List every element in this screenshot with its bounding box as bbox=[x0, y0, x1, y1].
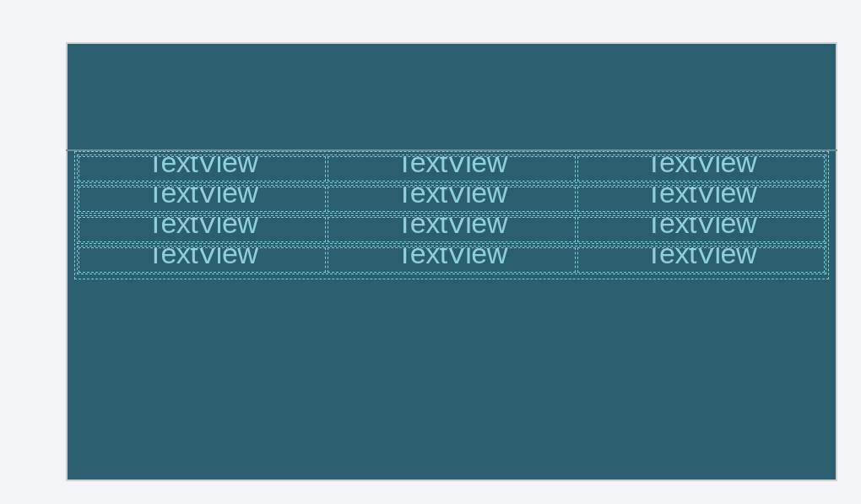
table-row[interactable]: TextView TextView TextView bbox=[77, 154, 826, 183]
text-view-label: TextView bbox=[147, 156, 257, 179]
text-view-label: TextView bbox=[646, 187, 756, 209]
table-row[interactable]: TextView TextView TextView bbox=[77, 215, 826, 244]
table-layout[interactable]: TextView TextView TextView TextView Text… bbox=[74, 151, 829, 279]
text-view-label: TextView bbox=[646, 156, 756, 179]
text-view-label: TextView bbox=[147, 187, 257, 209]
text-view[interactable]: TextView bbox=[577, 217, 825, 242]
text-view[interactable]: TextView bbox=[577, 247, 825, 273]
text-view[interactable]: TextView bbox=[577, 156, 825, 182]
text-view-label: TextView bbox=[646, 217, 756, 240]
text-view-label: TextView bbox=[147, 247, 257, 270]
text-view[interactable]: TextView bbox=[328, 247, 575, 273]
text-view[interactable]: TextView bbox=[577, 187, 825, 212]
text-view-label: TextView bbox=[396, 187, 506, 209]
text-view[interactable]: TextView bbox=[79, 156, 326, 182]
table-row[interactable]: TextView TextView TextView bbox=[77, 185, 826, 214]
text-view[interactable]: TextView bbox=[79, 217, 326, 242]
table-row[interactable]: TextView TextView TextView bbox=[77, 246, 826, 274]
text-view[interactable]: TextView bbox=[328, 187, 575, 212]
text-view[interactable]: TextView bbox=[79, 247, 326, 273]
text-view-label: TextView bbox=[646, 247, 756, 270]
text-view[interactable]: TextView bbox=[328, 217, 575, 242]
text-view[interactable]: TextView bbox=[328, 156, 575, 182]
text-view-label: TextView bbox=[396, 156, 506, 179]
text-view[interactable]: TextView bbox=[79, 187, 326, 212]
text-view-label: TextView bbox=[396, 247, 506, 270]
text-view-label: TextView bbox=[396, 217, 506, 240]
text-view-label: TextView bbox=[147, 217, 257, 240]
